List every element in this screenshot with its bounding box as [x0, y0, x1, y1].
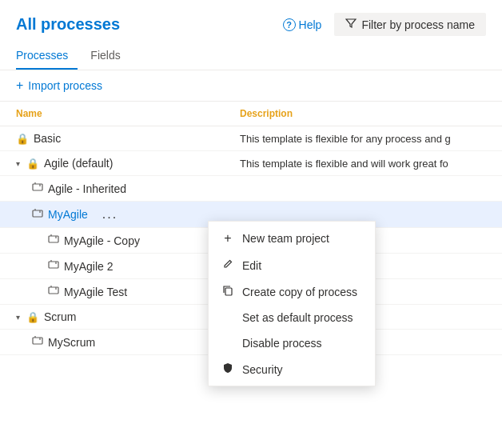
tab-processes[interactable]: Processes — [16, 42, 78, 70]
row-name-myagile-2: MyAgile 2 — [16, 259, 240, 273]
svg-rect-13 — [49, 287, 58, 294]
row-label-scrum[interactable]: Scrum — [44, 310, 76, 323]
filter-label: Filter by process name — [361, 18, 475, 31]
lock-icon: 🔒 — [16, 133, 29, 145]
help-label: Help — [299, 18, 322, 31]
table-row: MyAgile ... + New team project Edit Crea… — [0, 202, 502, 228]
row-name-agile: ▾ 🔒 Agile (default) — [16, 157, 240, 170]
menu-label-new-team-project: New team project — [242, 232, 329, 245]
pencil-icon — [221, 258, 234, 272]
copy-icon — [221, 285, 234, 298]
plus-icon: + — [16, 78, 23, 93]
menu-item-create-copy[interactable]: Create copy of process — [209, 278, 375, 305]
process-icon — [32, 208, 43, 222]
menu-item-security[interactable]: Security — [209, 356, 375, 382]
table-row: 🔒 Basic This template is flexible for an… — [0, 126, 502, 151]
page-title: All processes — [16, 15, 120, 34]
table-header: Name Description — [0, 102, 502, 126]
process-icon — [48, 259, 59, 273]
process-icon — [32, 182, 43, 195]
row-label-myagile[interactable]: MyAgile — [48, 208, 88, 221]
ellipsis-button[interactable]: ... — [99, 207, 121, 222]
row-label-myscrum[interactable]: MyScrum — [48, 336, 95, 349]
svg-rect-0 — [33, 184, 42, 190]
filter-icon — [345, 18, 357, 31]
col-desc-header: Description — [240, 108, 486, 119]
help-circle-icon: ? — [283, 18, 296, 31]
menu-item-edit[interactable]: Edit — [209, 252, 375, 278]
svg-rect-3 — [33, 210, 42, 217]
shield-icon — [221, 362, 234, 376]
page-header: All processes ? Help Filter by process n… — [0, 0, 502, 42]
import-label: Import process — [28, 79, 102, 92]
row-label-basic[interactable]: Basic — [34, 132, 61, 145]
toolbar: + Import process — [0, 70, 502, 102]
row-name-myagile-test: MyAgile Test — [16, 285, 240, 298]
import-process-button[interactable]: + Import process — [16, 78, 102, 93]
table-row: Agile - Inherited — [0, 176, 502, 202]
menu-item-new-team-project[interactable]: + New team project — [209, 225, 375, 252]
chevron-down-icon: ▾ — [16, 313, 20, 322]
process-icon — [48, 234, 59, 247]
plus-icon: + — [221, 231, 234, 246]
menu-label-edit: Edit — [242, 259, 261, 272]
context-menu: + New team project Edit Create copy of p… — [208, 221, 376, 386]
table-row: ▾ 🔒 Agile (default) This template is fle… — [0, 151, 502, 176]
row-label-agile-inherited[interactable]: Agile - Inherited — [48, 182, 126, 195]
row-name-agile-inherited: Agile - Inherited — [16, 182, 240, 195]
row-label-myagile-2[interactable]: MyAgile 2 — [64, 260, 113, 273]
menu-label-set-default: Set as default process — [242, 311, 353, 324]
row-name-myagile: MyAgile ... — [16, 207, 240, 222]
row-name-myagile-copy: MyAgile - Copy — [16, 234, 240, 247]
tab-fields[interactable]: Fields — [90, 42, 129, 70]
row-name-basic: 🔒 Basic — [16, 132, 240, 145]
row-name-myscrum: MyScrum — [16, 335, 240, 349]
svg-rect-7 — [49, 236, 58, 242]
row-desc-basic: This template is flexible for any proces… — [240, 133, 486, 145]
header-actions: ? Help Filter by process name — [283, 13, 486, 36]
menu-label-create-copy: Create copy of process — [242, 286, 357, 298]
menu-item-disable[interactable]: Disable process — [209, 330, 375, 356]
row-label-agile[interactable]: Agile (default) — [44, 157, 113, 170]
row-label-myagile-test[interactable]: MyAgile Test — [64, 286, 127, 298]
col-name-header: Name — [16, 108, 240, 119]
process-icon — [32, 335, 43, 349]
svg-rect-10 — [49, 262, 58, 268]
help-link[interactable]: ? Help — [283, 18, 322, 31]
row-desc-agile: This template is flexible and will work … — [240, 158, 486, 170]
row-name-scrum: ▾ 🔒 Scrum — [16, 310, 240, 323]
row-label-myagile-copy[interactable]: MyAgile - Copy — [64, 234, 140, 247]
menu-item-set-default[interactable]: Set as default process — [209, 305, 375, 330]
svg-rect-6 — [225, 288, 232, 295]
lock-icon: 🔒 — [26, 311, 39, 323]
process-icon — [48, 285, 59, 298]
tab-bar: Processes Fields — [0, 42, 502, 70]
lock-icon: 🔒 — [26, 158, 39, 170]
svg-rect-16 — [33, 338, 42, 344]
menu-label-disable: Disable process — [242, 337, 322, 350]
filter-button[interactable]: Filter by process name — [334, 13, 486, 36]
chevron-down-icon: ▾ — [16, 159, 20, 168]
menu-label-security: Security — [242, 363, 283, 376]
